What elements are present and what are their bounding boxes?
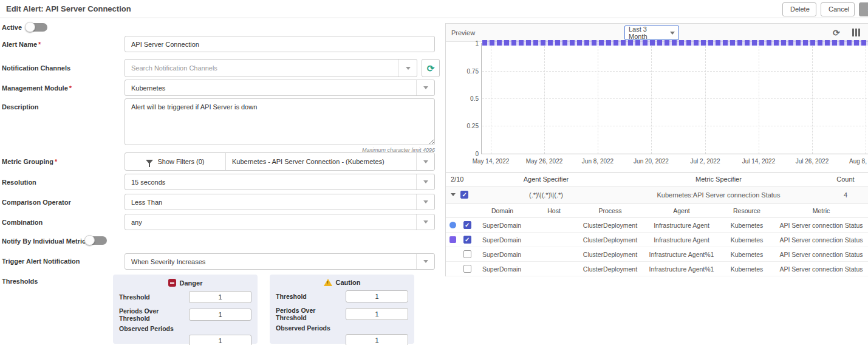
cell-agent: Infrastructure Agent%1 <box>642 265 721 273</box>
cell-resource: Kubernetes <box>721 236 773 244</box>
caution-title: Caution <box>336 279 361 286</box>
col-agent-specifier: Agent Specifier <box>476 176 616 183</box>
notification-channels-input[interactable] <box>125 60 398 77</box>
resolution-select[interactable]: 15 seconds <box>125 174 435 190</box>
cell-resource: Kubernetes <box>721 222 773 229</box>
notify-by-individual-metric-toggle[interactable] <box>85 236 107 245</box>
save-button[interactable]: Save <box>859 2 868 16</box>
time-range-select[interactable]: Last 3 Month <box>624 26 679 40</box>
x-tick-label: Jul 26, 2022 <box>787 158 838 165</box>
edit-alert-page: Edit Alert: API Server Connection Delete… <box>0 0 868 345</box>
trigger-alert-notification-label: Trigger Alert Notification <box>2 258 80 265</box>
gridline-v <box>759 43 759 154</box>
x-tick-label: May 26, 2022 <box>519 158 570 165</box>
notification-channels-select[interactable] <box>125 59 417 77</box>
x-tick-label: Jul 14, 2022 <box>733 158 784 165</box>
resolution-label: Resolution <box>2 179 36 186</box>
gridline-h <box>482 126 868 126</box>
danger-icon <box>168 279 176 287</box>
gridline-v <box>598 43 598 154</box>
active-label: Active <box>2 24 22 31</box>
x-tick-label: Jun 20, 2022 <box>626 158 677 165</box>
gridline-v <box>812 43 813 154</box>
sub-table-header: Domain Host Process Agent Resource Metri… <box>446 203 868 218</box>
comparison-operator-select[interactable]: Less Than <box>125 194 435 210</box>
danger-title: Danger <box>180 279 203 287</box>
collapse-caret-icon[interactable] <box>451 193 456 196</box>
cell-agent: Infrastructure Agent <box>642 222 721 229</box>
columns-icon[interactable] <box>852 29 860 36</box>
row-checkbox[interactable] <box>463 265 471 273</box>
delete-button[interactable]: Delete <box>782 2 816 16</box>
y-tick-label: 0.25 <box>449 123 479 129</box>
cell-process: ClusterDeployment <box>578 222 642 229</box>
row-checkbox[interactable] <box>463 236 471 244</box>
show-filters-label: Show Filters (0) <box>157 158 204 165</box>
trigger-alert-notification-value: When Severity Increases <box>131 258 416 265</box>
row-checkbox[interactable] <box>463 221 471 229</box>
active-toggle[interactable] <box>26 23 47 32</box>
group-checkbox[interactable] <box>460 191 468 199</box>
x-tick-label: Jul 2, 2022 <box>680 158 731 165</box>
metric-grouping-label: Metric Grouping <box>2 158 57 165</box>
gridline-v <box>651 43 652 154</box>
caution-threshold-input[interactable] <box>346 290 408 302</box>
notification-channels-label: Notification Channels <box>2 64 70 72</box>
y-axis-line <box>481 43 482 154</box>
chevron-down-icon <box>416 174 434 190</box>
group-count: 4 <box>821 191 868 199</box>
description-textarea[interactable]: Alert will be triggered if API Server is… <box>125 98 435 145</box>
refresh-preview-icon[interactable]: ⟳ <box>833 29 840 37</box>
management-module-value: Kubernetes <box>131 84 416 92</box>
danger-threshold-input[interactable] <box>189 291 251 303</box>
y-tick-label: 0.75 <box>449 68 479 75</box>
col-domain: Domain <box>475 207 530 214</box>
trigger-alert-notification-select[interactable]: When Severity Increases <box>125 253 435 270</box>
chevron-down-icon <box>416 254 434 269</box>
series-marker-square <box>449 236 456 243</box>
combination-label: Combination <box>2 219 43 226</box>
management-module-label: Management Module <box>2 84 72 92</box>
metric-table-header: 2/10 Agent Specifier Metric Specifier Co… <box>446 172 868 186</box>
alert-name-label: Alert Name <box>2 41 41 48</box>
cell-process: ClusterDeployment <box>578 265 642 273</box>
cell-resource: Kubernetes <box>721 265 773 273</box>
time-range-value: Last 3 Month <box>629 26 666 40</box>
table-row[interactable]: SuperDomain ClusterDeployment Infrastruc… <box>446 262 868 276</box>
gridline-v <box>705 43 706 154</box>
col-metric-specifier: Metric Specifier <box>616 176 821 183</box>
preview-title: Preview <box>451 29 475 36</box>
series-dashed-line <box>482 40 868 46</box>
metric-grouping-select[interactable]: Kubernetes - API Server Connection - (Ku… <box>226 153 434 170</box>
chevron-down-icon <box>670 32 675 35</box>
group-metric-specifier: Kubernetes:API Server connection Status <box>616 191 821 199</box>
col-agent: Agent <box>642 207 721 214</box>
group-agent-specifier: (.*)\|(.*)\|(.*) <box>476 191 616 199</box>
show-filters-button[interactable]: Show Filters (0) <box>125 153 226 170</box>
x-tick-label: May 14, 2022 <box>465 158 516 165</box>
chevron-down-icon <box>416 214 434 230</box>
caution-periods-input[interactable] <box>346 308 408 320</box>
caution-observed-input[interactable] <box>346 334 408 345</box>
chevron-down-icon <box>398 60 417 77</box>
toggle-knob <box>25 22 35 32</box>
combination-select[interactable]: any <box>125 214 435 230</box>
danger-title-row: Danger <box>119 279 251 287</box>
col-resource: Resource <box>721 207 773 214</box>
group-row[interactable]: (.*)\|(.*)\|(.*) Kubernetes:API Server c… <box>446 186 868 203</box>
gridline-v <box>866 43 866 154</box>
refresh-channels-button[interactable]: ⟳ <box>422 59 440 77</box>
danger-periods-label: Periods Over Threshold <box>119 307 189 322</box>
table-row[interactable]: SuperDomain ClusterDeployment Infrastruc… <box>446 247 868 262</box>
comparison-operator-label: Comparison Operator <box>2 199 71 206</box>
danger-observed-input[interactable] <box>189 335 251 345</box>
row-checkbox[interactable] <box>463 250 471 258</box>
cancel-button[interactable]: Cancel <box>821 2 855 16</box>
table-row[interactable]: SuperDomain ClusterDeployment Infrastruc… <box>446 218 868 233</box>
cell-metric: API Server connection Status <box>773 251 868 258</box>
danger-periods-input[interactable] <box>189 309 251 321</box>
cell-domain: SuperDomain <box>475 265 530 273</box>
alert-name-input[interactable] <box>125 36 435 52</box>
table-row[interactable]: SuperDomain ClusterDeployment Infrastruc… <box>446 233 868 247</box>
management-module-select[interactable]: Kubernetes <box>125 80 435 96</box>
